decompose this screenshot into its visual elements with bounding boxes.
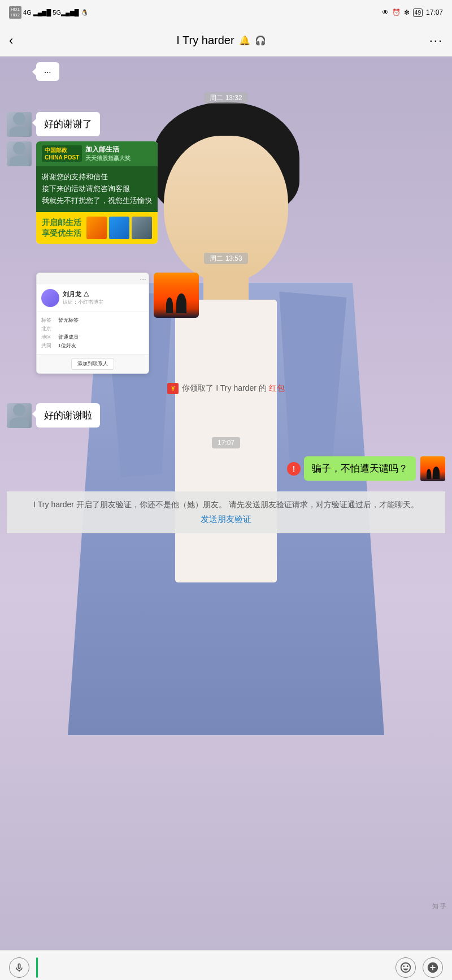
chat-title: I Try harder — [176, 34, 234, 47]
post-logo: 中国邮政CHINA POST — [42, 145, 82, 162]
add-contact-btn[interactable]: 添加到联系人 — [71, 358, 114, 370]
friend-verify-link[interactable]: 发送朋友验证 — [201, 514, 251, 524]
bluetooth-icon: ✻ — [404, 8, 410, 16]
bell-icon: 🔔 — [239, 35, 250, 46]
partial-message-row: ··· — [7, 62, 445, 81]
red-packet-link: 红包 — [269, 383, 285, 392]
messages-container: ··· 周二 13:32 好的谢谢了 — [0, 57, 452, 539]
post-products — [86, 217, 152, 239]
friend-verify-text-2: 请先发送朋友验证请求，对方验证通过后，才能聊天。 — [229, 500, 419, 509]
wechat-card-avatar — [41, 289, 59, 307]
bubble-2: 好的谢谢啦 — [36, 403, 100, 428]
wechat-card-header: 刘月龙 △ 认证：小红书博主 — [37, 284, 149, 312]
msg-row-3: ! 骗子，不怕遭天谴吗？ — [7, 456, 445, 481]
post-body-3: 我就先不打扰您了，祝您生活愉快 — [42, 195, 152, 207]
post-body-1: 谢谢您的支持和信任 — [42, 171, 152, 183]
red-packet-notice: ¥ 你领取了 I Try harder 的 红包 — [7, 383, 445, 394]
bottom-toolbar — [0, 950, 452, 980]
chat-title-group: I Try harder 🔔 🎧 — [176, 34, 266, 47]
more-button[interactable]: ··· — [429, 33, 443, 48]
product-1 — [86, 217, 107, 239]
alarm-icon: ⏰ — [392, 8, 401, 16]
battery-indicator: 49 — [413, 8, 423, 17]
post-body-2: 接下来的活动请您咨询客服 — [42, 183, 152, 195]
post-card: 中国邮政CHINA POST 加入邮生活 天天猜股指赢大奖 谢谢您的支持和信任 … — [36, 141, 158, 244]
emoji-button[interactable] — [395, 957, 416, 978]
error-icon: ! — [287, 462, 301, 476]
bubble-3: 骗子，不怕遭天谴吗？ — [304, 456, 416, 481]
wechat-card-body: 标签 暂无标签 北京 地区 普通成员 共同 1位好友 — [37, 312, 149, 354]
watermark: 知 乎 — [432, 902, 446, 910]
msg-row-wechat-card: ··· 刘月龙 △ 认证：小红书博主 标签 暂无标签 — [7, 273, 445, 374]
red-packet-icon: ¥ — [167, 383, 179, 394]
red-packet-text: 你领取了 I Try harder 的 红包 — [182, 383, 284, 394]
5g-signal: 5G▂▄▆█ — [53, 9, 79, 16]
msg-3-text: 骗子，不怕遭天谴吗？ — [312, 463, 408, 474]
eye-icon: 👁 — [382, 8, 389, 16]
time-display: 17:07 — [426, 8, 443, 16]
msg-row-2: 好的谢谢啦 — [7, 403, 445, 428]
status-right: 👁 ⏰ ✻ 49 17:07 — [382, 8, 443, 17]
timestamp-2-text: 周二 13:53 — [204, 253, 247, 264]
nav-bar: ‹ I Try harder 🔔 🎧 ··· — [0, 25, 452, 57]
post-card-body: 谢谢您的支持和信任 接下来的活动请您咨询客服 我就先不打扰您了，祝您生活愉快 — [36, 166, 158, 212]
add-button[interactable] — [423, 957, 443, 978]
msg-1-text: 好的谢谢了 — [44, 119, 92, 129]
wechat-profile-card: ··· 刘月龙 △ 认证：小红书博主 标签 暂无标签 — [36, 273, 149, 374]
wechat-card-sub: 认证：小红书博主 — [63, 299, 103, 306]
status-bar: HD1HD2 4G ▂▄▆█ 5G▂▄▆█ 🐧 👁 ⏰ ✻ 49 17:07 — [0, 0, 452, 25]
emoji-icon — [399, 961, 412, 974]
back-button[interactable]: ‹ — [9, 33, 13, 48]
friend-verify-text-1: I Try harder 开启了朋友验证，你还不是他（她）朋友。 — [33, 500, 226, 509]
timestamp-3: 17:07 — [7, 437, 445, 447]
wechat-card-footer: 添加到联系人 — [37, 354, 149, 373]
product-3 — [132, 217, 152, 239]
wechat-card-name: 刘月龙 △ — [63, 290, 103, 299]
status-left: HD1HD2 4G ▂▄▆█ 5G▂▄▆█ 🐧 — [9, 6, 89, 18]
post-card-title: 加入邮生活 — [85, 145, 131, 154]
wechat-icon: 🐧 — [81, 9, 89, 16]
chat-area: ··· 周二 13:32 好的谢谢了 — [0, 57, 452, 950]
hd-badge: HD1HD2 — [9, 6, 21, 18]
msg-2-text: 好的谢谢啦 — [44, 410, 92, 421]
post-card-subtitle: 天天猜股指赢大奖 — [85, 154, 131, 162]
avatar-2 — [7, 141, 32, 166]
post-footer-2: 享受优生活 — [42, 228, 81, 239]
battery-level: 49 — [415, 10, 421, 16]
friend-verify-notice: I Try harder 开启了朋友验证，你还不是他（她）朋友。 请先发送朋友验… — [7, 491, 445, 533]
bubble-1: 好的谢谢了 — [36, 112, 100, 136]
signal-icon: ▂▄▆█ — [33, 9, 51, 16]
partial-text: ··· — [44, 67, 51, 76]
product-2 — [109, 217, 129, 239]
sunset-image — [154, 273, 199, 318]
phone-icon: 🎧 — [255, 35, 266, 46]
timestamp-1-text: 周二 13:32 — [204, 92, 247, 103]
partial-bubble: ··· — [36, 62, 59, 81]
post-card-footer: 开启邮生活 享受优生活 — [36, 212, 158, 244]
timestamp-2: 周二 13:53 — [7, 253, 445, 264]
post-card-header: 中国邮政CHINA POST 加入邮生活 天天猜股指赢大奖 — [36, 141, 158, 166]
avatar-sunset — [420, 456, 445, 481]
plus-icon — [427, 961, 439, 974]
network-icon: 4G — [23, 9, 32, 16]
avatar-1 — [7, 112, 32, 137]
input-cursor — [36, 957, 38, 978]
voice-button[interactable] — [9, 957, 29, 978]
msg-row-1: 好的谢谢了 — [7, 112, 445, 137]
timestamp-1: 周二 13:32 — [7, 92, 445, 103]
msg-row-post-card: 中国邮政CHINA POST 加入邮生活 天天猜股指赢大奖 谢谢您的支持和信任 … — [7, 141, 445, 244]
post-footer-1: 开启邮生活 — [42, 217, 81, 228]
timestamp-3-text: 17:07 — [212, 437, 240, 448]
voice-icon — [14, 962, 25, 973]
avatar-3 — [7, 403, 32, 428]
